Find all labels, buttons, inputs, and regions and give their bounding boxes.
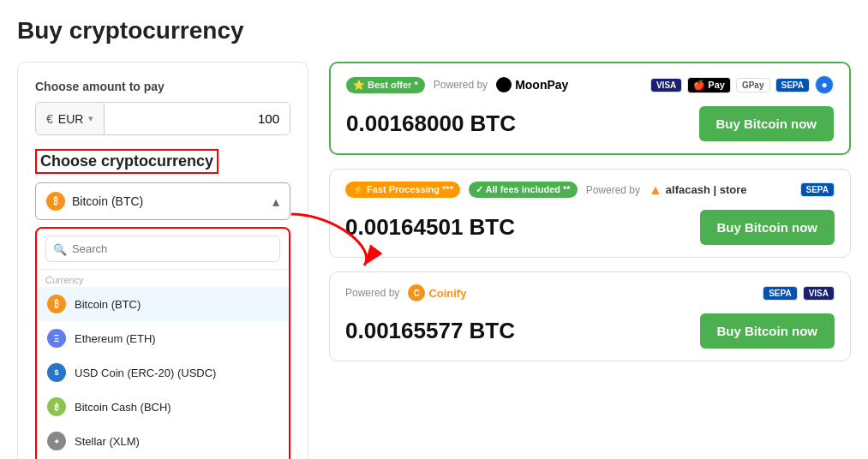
visa-badge: VISA [650, 78, 682, 92]
crypto-name: Stellar (XLM) [75, 435, 140, 448]
payment-methods: VISA 🍎 Pay GPay SEPA ● [650, 75, 834, 94]
card-bottom: 0.00168000 BTC Buy Bitcoin now [346, 106, 834, 141]
other-payment-badge: ● [815, 75, 834, 94]
btc-amount: 0.00165577 BTC [345, 318, 515, 344]
eur-symbol: € [46, 112, 53, 126]
buy-alfacash-button[interactable]: Buy Bitcoin now [700, 210, 835, 245]
page-title: Buy cryptocurrency [17, 17, 851, 45]
alfacash-triangle-icon: ▲ [649, 182, 662, 198]
offer-card-coinify: Powered by C Coinify SEPA VISA 0.0016557… [329, 271, 851, 361]
coinify-logo: C Coinify [408, 284, 466, 301]
btc-amount: 0.00164501 BTC [345, 214, 515, 241]
powered-by-label: Powered by [434, 79, 488, 91]
chevron-down-icon: ▾ [88, 113, 93, 124]
alfacash-logo: ▲ alfacash | store [649, 182, 747, 198]
amount-row: € EUR ▾ [35, 102, 290, 135]
list-item[interactable]: $ USD Coin (ERC-20) (USDC) [37, 355, 289, 390]
gpay-badge: GPay [736, 78, 770, 92]
card-bottom: 0.00165577 BTC Buy Bitcoin now [345, 313, 835, 349]
amount-input[interactable] [105, 103, 290, 134]
card-header: Powered by C Coinify SEPA VISA [345, 284, 835, 301]
card-bottom: 0.00164501 BTC Buy Bitcoin now [345, 210, 835, 245]
eth-icon: Ξ [47, 329, 66, 348]
list-item[interactable]: Ξ Ethereum (ETH) [37, 321, 289, 355]
search-box: 🔍 [37, 229, 289, 270]
offer-card-alfacash: ⚡ Fast Processing *** ✓ All fees include… [329, 169, 851, 258]
moonpay-logo: MoonPay [496, 77, 568, 92]
crypto-name: Ethereum (ETH) [75, 332, 156, 345]
coinify-name: Coinify [428, 287, 466, 300]
selected-crypto-label: Bitcoin (BTC) [72, 194, 143, 208]
crypto-dropdown-trigger[interactable]: ₿ Bitcoin (BTC) ▴ [35, 182, 290, 220]
card-header-left: ⭐ Best offer * Powered by MoonPay [346, 77, 568, 93]
bch-icon: ₿ [47, 397, 66, 416]
best-offer-badge: ⭐ Best offer * [346, 77, 425, 93]
list-item[interactable]: ✦ Stellar (XLM) [37, 424, 289, 458]
crypto-name: Bitcoin Cash (BCH) [75, 401, 171, 414]
sepa-badge: SEPA [775, 78, 811, 92]
choose-crypto-label: Choose cryptocurrency [35, 149, 218, 174]
moonpay-dot-icon [496, 77, 512, 92]
currency-label: EUR [58, 112, 84, 126]
currency-select[interactable]: € EUR ▾ [36, 104, 105, 134]
xlm-icon: ✦ [47, 432, 66, 450]
usdc-icon: $ [47, 363, 66, 382]
card-header-left: Powered by C Coinify [345, 284, 466, 301]
crypto-name: Bitcoin (BTC) [75, 298, 141, 311]
powered-by-label: Powered by [345, 287, 399, 299]
btc-icon: ₿ [47, 295, 66, 313]
crypto-name: USD Coin (ERC-20) (USDC) [75, 367, 216, 379]
buy-moonpay-button[interactable]: Buy Bitcoin now [699, 106, 835, 141]
fast-processing-badge: ⚡ Fast Processing *** [345, 182, 460, 198]
card-header: ⭐ Best offer * Powered by MoonPay VISA 🍎… [346, 75, 834, 94]
coinify-icon: C [408, 284, 425, 301]
right-panel: ⭐ Best offer * Powered by MoonPay VISA 🍎… [329, 62, 851, 361]
apple-pay-badge: 🍎 Pay [687, 77, 731, 93]
list-item[interactable]: ₿ Bitcoin (BTC) [37, 287, 289, 321]
currency-list-label: Currency [37, 270, 289, 287]
powered-by-label: Powered by [586, 184, 640, 196]
crypto-dropdown: 🔍 Currency ₿ Bitcoin (BTC) Ξ Ethereum (E… [35, 227, 290, 459]
offer-card-moonpay: ⭐ Best offer * Powered by MoonPay VISA 🍎… [329, 62, 851, 155]
card-header-left: ⚡ Fast Processing *** ✓ All fees include… [345, 182, 747, 198]
chevron-up-icon: ▴ [272, 194, 279, 210]
search-icon: 🔍 [53, 242, 67, 255]
sepa-badge: SEPA [800, 182, 835, 197]
sepa-badge: SEPA [763, 286, 798, 301]
visa-badge: VISA [803, 286, 835, 301]
list-item[interactable]: ₿ Bitcoin Cash (BCH) [37, 390, 289, 424]
payment-methods: SEPA VISA [763, 286, 835, 301]
btc-selected-icon: ₿ [46, 192, 65, 211]
search-input[interactable] [45, 235, 280, 262]
amount-section-label: Choose amount to pay [35, 80, 290, 93]
buy-coinify-button[interactable]: Buy Bitcoin now [700, 313, 835, 349]
left-panel: Choose amount to pay € EUR ▾ Choose cryp… [17, 62, 308, 459]
card-header: ⚡ Fast Processing *** ✓ All fees include… [345, 182, 835, 198]
search-wrap: 🔍 [45, 235, 280, 262]
btc-amount: 0.00168000 BTC [346, 110, 516, 137]
fees-included-badge: ✓ All fees included ** [469, 182, 578, 198]
payment-methods: SEPA [800, 182, 835, 197]
